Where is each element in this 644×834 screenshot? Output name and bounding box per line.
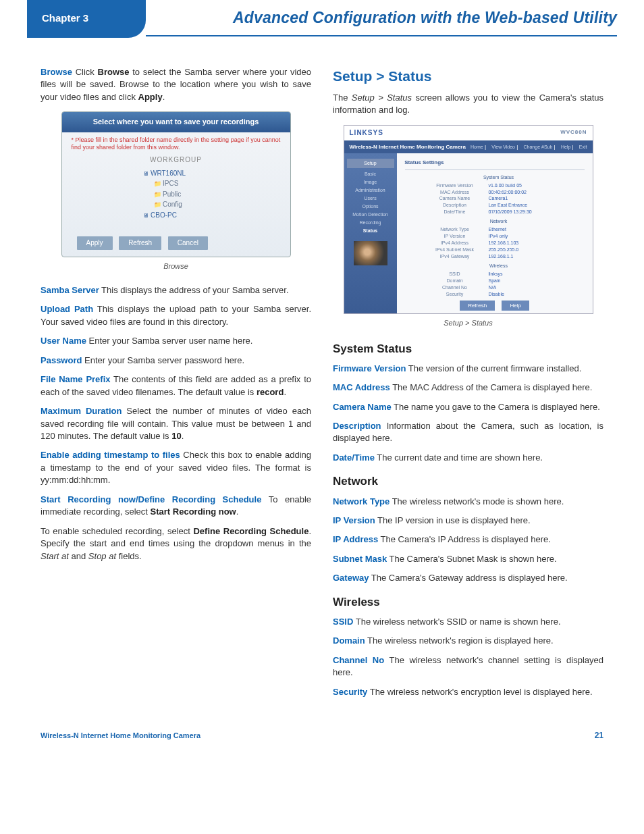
browse-tree: WRT160NL IPCS Public Config CBO-PC (143, 168, 290, 221)
camera-thumbnail (354, 241, 387, 265)
heading-network: Network (333, 473, 603, 490)
sidebar-item[interactable]: Options (347, 203, 394, 210)
sidebar-item[interactable]: Recording (347, 219, 394, 226)
brand-logo: LINKSYS (350, 128, 383, 138)
term-enable-timestamp: Enable adding timestamp to files (41, 450, 180, 460)
term-description: Description (333, 421, 381, 431)
sidebar: Setup Basic Image Administration Users O… (344, 153, 397, 313)
subhead: System Status (397, 174, 593, 181)
term-security: Security (333, 687, 367, 697)
figure-caption: Setup > Status (333, 318, 603, 329)
term-date-time: Date/Time (333, 452, 375, 463)
tree-node[interactable]: CBO-PC (143, 210, 290, 221)
status-main: Status Settings System Status Firmware V… (397, 153, 593, 313)
chapter-label: Chapter 3 (27, 12, 88, 24)
tab[interactable]: Change #Sub (524, 145, 553, 149)
model-label: WVC80N (560, 128, 587, 138)
para-browse: Browse Click Browse to select the Samba … (41, 66, 311, 103)
term-camera-name: Camera Name (333, 402, 392, 412)
left-column: Browse Click Browse to select the Samba … (41, 66, 311, 705)
footer: Wireless-N Internet Home Monitoring Came… (0, 710, 644, 747)
sidebar-item[interactable]: Administration (347, 187, 394, 194)
tree-node[interactable]: Public (154, 189, 290, 200)
sidebar-item[interactable]: Users (347, 195, 394, 202)
term-user-name: User Name (41, 336, 86, 346)
page-title: Advanced Configuration with the Web-base… (233, 9, 617, 27)
product-title: Wireless-N Internet Home Monitoring Came… (350, 143, 466, 151)
heading-setup-status: Setup > Status (333, 66, 603, 86)
tab[interactable]: Exit (579, 145, 587, 149)
term-samba-server: Samba Server (41, 285, 99, 295)
subhead: Wireless (397, 263, 593, 269)
figure-status: LINKSYS WVC80N Wireless-N Internet Home … (333, 125, 603, 314)
term-upload-path: Upload Path (41, 304, 93, 314)
term-password: Password (41, 355, 82, 365)
term-mac-address: MAC Address (333, 382, 390, 392)
figure-caption: Browse (41, 261, 311, 272)
term-domain: Domain (333, 635, 365, 646)
sidebar-item[interactable]: Image (347, 179, 394, 186)
sidebar-item-setup[interactable]: Setup (347, 159, 394, 168)
refresh-button[interactable]: Refresh (460, 301, 495, 311)
page-number: 21 (595, 731, 603, 740)
browse-dialog-note: * Please fill in the shared folder name … (62, 132, 290, 153)
subhead: Network (397, 218, 593, 225)
tree-node[interactable]: WRT160NL (143, 168, 290, 179)
top-tabs: Home | View Video | Change #Sub | Help |… (466, 143, 587, 151)
sidebar-item[interactable]: Motion Detection (347, 211, 394, 218)
term-start-recording: Start Recording now/Define Recording Sch… (41, 494, 261, 504)
term-file-name-prefix: File Name Prefix (41, 374, 111, 384)
para-setup-status-intro: The Setup > Status screen allows you to … (333, 92, 603, 117)
browse-group-label: WORKGROUP (62, 155, 290, 165)
sidebar-item-status[interactable]: Status (347, 228, 394, 234)
tree-node[interactable]: Config (154, 199, 290, 210)
para-define-schedule: To enable scheduled recording, select De… (41, 525, 311, 563)
footer-product-name: Wireless-N Internet Home Monitoring Came… (41, 731, 200, 739)
refresh-button[interactable]: Refresh (119, 236, 161, 250)
figure-browse: Select where you want to save your recor… (41, 111, 311, 257)
term-network-type: Network Type (333, 496, 390, 506)
cancel-button[interactable]: Cancel (168, 236, 208, 250)
heading-wireless: Wireless (333, 594, 603, 610)
term-subnet-mask: Subnet Mask (333, 554, 387, 564)
sidebar-item[interactable]: Basic (347, 171, 394, 178)
tab[interactable]: Home (471, 145, 483, 149)
term-maximum-duration: Maximum Duration (41, 406, 122, 416)
status-heading: Status Settings (397, 153, 593, 167)
tab[interactable]: View Video (491, 145, 515, 149)
right-column: Setup > Status The Setup > Status screen… (333, 66, 603, 705)
apply-button[interactable]: Apply (77, 236, 113, 250)
browse-dialog-title: Select where you want to save your recor… (62, 112, 290, 132)
term-browse: Browse (41, 67, 72, 77)
term-ip-version: IP Version (333, 515, 375, 525)
term-gateway: Gateway (333, 573, 369, 583)
term-ip-address: IP Address (333, 534, 378, 544)
term-channel-no: Channel No (333, 655, 384, 665)
tree-node[interactable]: IPCS (154, 178, 290, 189)
term-ssid: SSID (333, 617, 353, 627)
heading-system-status: System Status (333, 341, 603, 357)
tab[interactable]: Help (561, 145, 570, 149)
help-button[interactable]: Help (502, 301, 529, 311)
term-firmware-version: Firmware Version (333, 363, 406, 373)
